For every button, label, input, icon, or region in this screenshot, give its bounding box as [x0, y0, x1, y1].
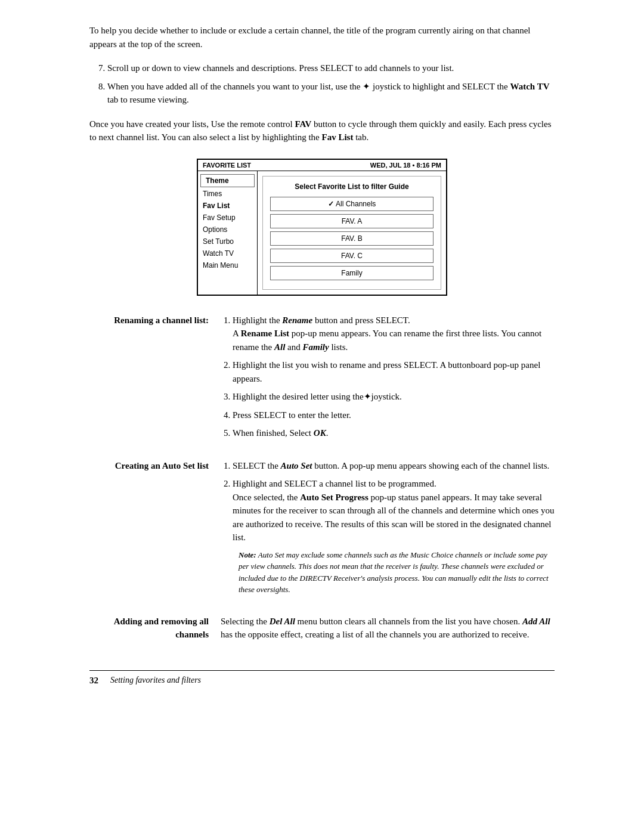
fav-menu-mainmenu[interactable]: Main Menu	[198, 259, 257, 271]
list-item-8: When you have added all of the channels …	[107, 80, 555, 107]
creating-label: Creating an Auto Set list	[89, 459, 221, 600]
creating-autosetprogress-bold: Auto Set Progress	[300, 493, 368, 502]
renaming-end: lists.	[329, 342, 348, 352]
renaming-step5: When finished, Select OK.	[233, 426, 555, 440]
para2-end: tab.	[353, 132, 369, 142]
note-text: Auto Set may exclude some channels such …	[239, 550, 549, 594]
footer: 32 Setting favorites and filters	[89, 670, 555, 686]
fav-list-bold: Fav List	[322, 132, 354, 142]
fav-header-right: Wed, Jul 18 • 8:16 PM	[370, 162, 441, 169]
intro-para2: Once you have created your lists, Use th…	[89, 117, 555, 144]
adding-label: Adding and removing all channels	[89, 615, 221, 646]
renaming-step5-post: .	[326, 428, 329, 438]
creating-step1: SELECT the Auto Set button. A pop-up men…	[233, 459, 555, 473]
renaming-step1-pre: Highlight the	[233, 315, 282, 325]
creating-list: SELECT the Auto Set button. A pop-up men…	[233, 459, 555, 544]
creating-content: SELECT the Auto Set button. A pop-up men…	[221, 459, 555, 600]
renaming-step1: Highlight the Rename button and press SE…	[233, 314, 555, 354]
list-item-8-post: tab to resume viewing.	[107, 95, 189, 104]
footer-text: Setting favorites and filters	[110, 676, 201, 685]
intro-para1: To help you decide whether to include or…	[89, 24, 555, 51]
fav-option-fava[interactable]: FAV. A	[270, 214, 434, 228]
creating-note: Note: Auto Set may exclude some channels…	[239, 549, 555, 596]
fav-body: Theme Times Fav List Fav Setup Options S…	[198, 171, 446, 295]
fav-header-left: FAVORITE LIST	[203, 162, 251, 169]
creating-autoset-bold: Auto Set	[281, 461, 312, 470]
adding-label-line2: channels	[175, 630, 209, 639]
creating-step2: Highlight and SELECT a channel list to b…	[233, 477, 555, 544]
renaming-label: Renaming a channel list:	[89, 314, 221, 445]
fav-option-favb[interactable]: FAV. B	[270, 231, 434, 246]
fav-header: FAVORITE LIST Wed, Jul 18 • 8:16 PM	[198, 160, 446, 171]
renaming-content: Highlight the Rename button and press SE…	[221, 314, 555, 445]
fav-option-family[interactable]: Family	[270, 266, 434, 280]
renaming-rename-bold: Rename	[282, 315, 312, 325]
favorite-list-box: FAVORITE LIST Wed, Jul 18 • 8:16 PM Them…	[197, 159, 447, 296]
adding-label-line1: Adding and removing all	[114, 617, 209, 626]
creating-step2b-pre: Once selected, the	[233, 493, 300, 502]
page-content: To help you decide whether to include or…	[89, 24, 555, 686]
watch-tv-bold: Watch TV	[510, 82, 550, 91]
fav-menu-favsetup[interactable]: Fav Setup	[198, 212, 257, 224]
fav-option-favc[interactable]: FAV. C	[270, 249, 434, 263]
fav-content-title: Select Favorite List to filter Guide	[270, 182, 434, 191]
ui-screenshot-container: FAVORITE LIST Wed, Jul 18 • 8:16 PM Them…	[89, 159, 555, 296]
renaming-family-italic: Family	[302, 342, 329, 352]
para2-pre: Once you have created your lists, Use th…	[89, 119, 295, 129]
creating-step2-text: Highlight and SELECT a channel list to b…	[233, 479, 436, 488]
adding-delall-bold: Del All	[270, 617, 295, 626]
fav-menu-options[interactable]: Options	[198, 224, 257, 236]
renaming-section: Renaming a channel list: Highlight the R…	[89, 314, 555, 445]
adding-addall-bold: Add All	[522, 617, 550, 626]
creating-section: Creating an Auto Set list SELECT the Aut…	[89, 459, 555, 600]
fav-menu: Theme Times Fav List Fav Setup Options S…	[198, 171, 258, 295]
creating-step1-pre: SELECT the	[233, 461, 281, 470]
renaming-step4: Press SELECT to enter the letter.	[233, 408, 555, 422]
fav-menu-theme[interactable]: Theme	[200, 174, 255, 187]
list-item-7: Scroll up or down to view channels and d…	[107, 61, 555, 75]
creating-step1-post: button. A pop-up menu appears showing ea…	[312, 461, 550, 470]
adding-text-post: has the opposite effect, creating a list…	[221, 630, 529, 639]
adding-section: Adding and removing all channels Selecti…	[89, 615, 555, 646]
fav-menu-watchtv[interactable]: Watch TV	[198, 247, 257, 259]
renaming-step2: Highlight the list you wish to rename an…	[233, 358, 555, 385]
intro-list: Scroll up or down to view channels and d…	[107, 61, 555, 107]
renaming-step5-pre: When finished, Select	[233, 428, 314, 438]
renaming-all-italic: All	[274, 342, 285, 352]
note-label: Note:	[239, 550, 256, 559]
fav-menu-favlist[interactable]: Fav List	[198, 200, 257, 212]
fav-menu-times[interactable]: Times	[198, 188, 257, 200]
renaming-step1-post: button and press SELECT.	[312, 315, 410, 325]
adding-text: Selecting the Del All menu button clears…	[221, 615, 555, 642]
fav-label: FAV	[295, 119, 311, 129]
renaming-list: Highlight the Rename button and press SE…	[233, 314, 555, 440]
fav-option-allchannels[interactable]: All Channels	[270, 197, 434, 211]
renaming-renamelist-bold: Rename List	[241, 329, 289, 338]
renaming-step3: Highlight the desired letter using the✦j…	[233, 390, 555, 404]
footer-page-number: 32	[89, 676, 98, 686]
fav-menu-setturbo[interactable]: Set Turbo	[198, 236, 257, 247]
adding-content: Selecting the Del All menu button clears…	[221, 615, 555, 646]
adding-text-pre: Selecting the	[221, 617, 270, 626]
fav-content-panel: Select Favorite List to filter Guide All…	[262, 176, 441, 290]
renaming-step1b-pre: A	[233, 329, 241, 338]
renaming-ok-bold: OK	[314, 428, 326, 438]
renaming-and: and	[285, 342, 302, 352]
adding-text-mid: menu button clears all channels from the…	[295, 617, 522, 626]
list-item-8-pre: When you have added all of the channels …	[107, 82, 510, 91]
